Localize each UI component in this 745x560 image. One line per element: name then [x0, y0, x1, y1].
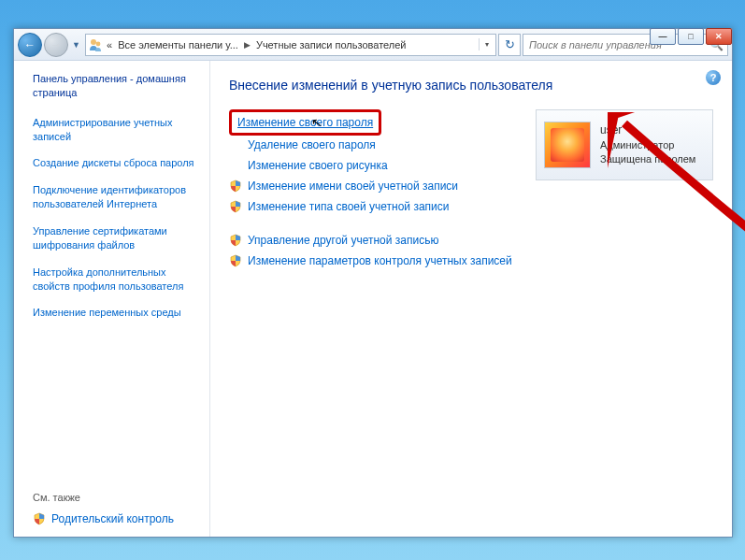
see-also-label: См. также	[33, 492, 196, 503]
sidebar-link-reset-disk[interactable]: Создание дискеты сброса пароля	[33, 156, 196, 170]
link-delete-password[interactable]: Удаление своего пароля	[248, 137, 517, 152]
sidebar: Панель управления - домашняя страница Ад…	[14, 61, 210, 537]
sidebar-link-label: Родительский контроль	[51, 512, 174, 525]
link-label: Изменение имени своей учетной записи	[248, 179, 458, 193]
maximize-button[interactable]: □	[678, 28, 704, 45]
breadcrumb-seg-2[interactable]: Учетные записи пользователей	[254, 39, 408, 50]
link-change-type[interactable]: Изменение типа своей учетной записи	[229, 199, 517, 214]
link-manage-other[interactable]: Управление другой учетной записью	[229, 233, 517, 248]
user-info: user Администратор Защищена паролем	[600, 122, 695, 167]
history-dropdown[interactable]: ▼	[70, 40, 83, 50]
refresh-button[interactable]: ↻	[498, 34, 521, 56]
user-name: user	[600, 122, 695, 138]
sidebar-link-certificates[interactable]: Управление сертификатами шифрования файл…	[33, 224, 196, 252]
link-label: Управление другой учетной записью	[248, 234, 438, 247]
main-panel: ? Внесение изменений в учетную запись по…	[210, 61, 732, 537]
close-button[interactable]: ✕	[706, 28, 732, 45]
content-area: Панель управления - домашняя страница Ад…	[14, 61, 732, 537]
nav-bar: ← → ▼ « Все элементы панели у... ▶ Учетн…	[14, 29, 732, 61]
link-label: Изменение типа своей учетной записи	[248, 200, 449, 213]
sidebar-home-link[interactable]: Панель управления - домашняя страница	[33, 72, 196, 101]
main-body: Изменение своего пароля ↖ Удаление своег…	[229, 109, 713, 274]
control-panel-window: ← → ▼ « Все элементы панели у... ▶ Учетн…	[13, 28, 733, 538]
shield-icon	[229, 234, 242, 247]
breadcrumb-seg-1[interactable]: Все элементы панели у...	[116, 39, 240, 50]
sidebar-link-admin-accounts[interactable]: Администрирование учетных записей	[33, 116, 196, 144]
user-protected: Защищена паролем	[600, 152, 695, 166]
breadcrumb-dropdown[interactable]: ▾	[479, 38, 494, 50]
window-controls: — □ ✕	[650, 28, 732, 45]
chevron-right-icon: ▶	[242, 40, 252, 50]
svg-point-0	[91, 39, 96, 45]
sidebar-link-env-vars[interactable]: Изменение переменных среды	[33, 306, 196, 320]
shield-icon	[229, 254, 242, 267]
highlight-box: Изменение своего пароля	[229, 109, 381, 136]
help-icon[interactable]: ?	[706, 70, 721, 85]
svg-point-1	[96, 41, 101, 46]
action-links: Изменение своего пароля ↖ Удаление своег…	[229, 109, 517, 274]
sidebar-link-online-ids[interactable]: Подключение идентификаторов пользователе…	[33, 183, 196, 211]
sidebar-link-profile-props[interactable]: Настройка дополнительных свойств профиля…	[33, 266, 196, 294]
back-button[interactable]: ←	[18, 33, 42, 57]
link-uac-settings[interactable]: Изменение параметров контроля учетных за…	[229, 253, 517, 268]
shield-icon	[229, 179, 242, 193]
breadcrumb[interactable]: « Все элементы панели у... ▶ Учетные зап…	[85, 34, 496, 56]
user-role: Администратор	[600, 138, 695, 152]
user-accounts-icon	[88, 37, 103, 52]
shield-icon	[229, 200, 242, 213]
link-change-password[interactable]: Изменение своего пароля	[237, 116, 373, 129]
link-change-name[interactable]: Изменение имени своей учетной записи	[229, 179, 517, 194]
forward-button[interactable]: →	[44, 33, 68, 57]
shield-icon	[33, 512, 46, 525]
breadcrumb-prefix: «	[105, 39, 114, 50]
sidebar-link-parental-control[interactable]: Родительский контроль	[33, 512, 196, 525]
avatar	[544, 122, 591, 168]
link-change-picture[interactable]: Изменение своего рисунка	[248, 158, 517, 173]
minimize-button[interactable]: —	[650, 28, 676, 45]
page-title: Внесение изменений в учетную запись поль…	[229, 78, 713, 93]
link-label: Изменение параметров контроля учетных за…	[248, 254, 512, 267]
user-card: user Администратор Защищена паролем	[536, 109, 713, 180]
